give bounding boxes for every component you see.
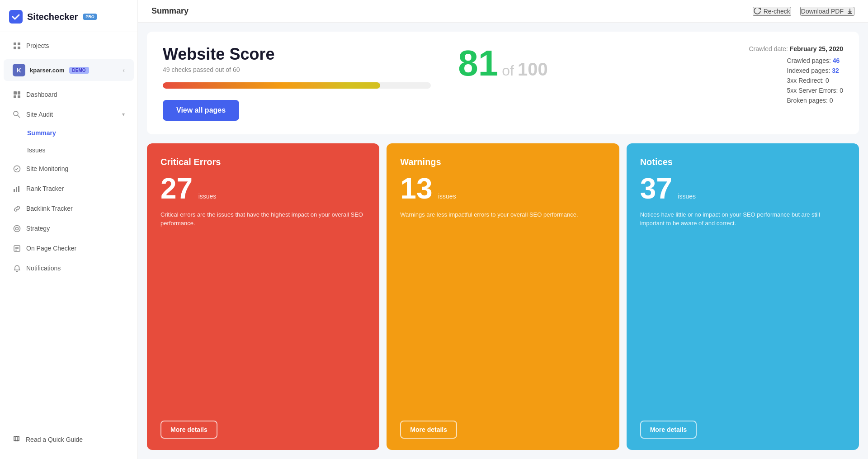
score-value: 81 [458,45,498,81]
sidebar: Sitechecker PRO Projects K kparser.com D… [0,0,138,459]
svg-point-9 [14,111,18,116]
stats-indexed-value[interactable]: 32 [832,67,839,74]
crawled-date-value: February 25, 2020 [790,45,843,52]
sidebar-subnav-summary-label: Summary [27,129,56,137]
sitechecker-logo-icon [9,10,23,24]
svg-line-10 [18,115,20,118]
score-max: 100 [518,59,548,80]
sidebar-item-projects[interactable]: Projects [4,36,134,55]
stats-crawled-value[interactable]: 46 [833,57,840,64]
stats-broken-label: Broken pages: 0 [787,97,833,104]
sidebar-item-site-audit-label: Site Audit [26,111,53,118]
sidebar-item-strategy-label: Strategy [26,225,50,232]
checks-passed: 49 checks passed out of 60 [163,66,431,73]
chevron-left-icon: ‹ [123,66,125,74]
svg-rect-2 [18,43,20,45]
sidebar-item-site-monitoring[interactable]: Site Monitoring [4,159,134,178]
read-quick-guide-item[interactable]: Read a Quick Guide [4,430,134,450]
critical-errors-description: Critical errors are the issues that have… [160,210,366,412]
book-icon [13,435,20,444]
site-initial: K [13,64,25,76]
sidebar-item-summary[interactable]: Summary [4,125,134,141]
sidebar-item-on-page-checker-label: On Page Checker [26,245,76,252]
svg-rect-0 [9,10,23,24]
stats-crawled-label: Crawled pages: [787,57,833,64]
svg-point-16 [15,227,18,230]
onpage-icon [13,244,21,252]
site-selector[interactable]: K kparser.com DEMO ‹ [4,59,134,81]
stats-server-errors-label: 5xx Server Errors: 0 [787,87,843,94]
sidebar-item-strategy[interactable]: Strategy [4,219,134,238]
score-section: Website Score 49 checks passed out of 60… [147,32,859,134]
backlink-icon [13,204,21,213]
critical-errors-count-area: 27 issues [160,174,366,203]
sidebar-item-issues[interactable]: Issues [4,142,134,158]
score-of-label: of [502,62,514,79]
stats-redirect-label: 3xx Redirect: 0 [787,77,829,84]
stats-item-broken: Broken pages: 0 [787,97,843,104]
svg-rect-12 [14,189,15,192]
bell-icon [13,264,21,272]
page-title: Summary [151,6,189,16]
critical-errors-count: 27 [160,172,193,205]
view-all-pages-button[interactable]: View all pages [163,100,239,121]
recheck-icon [754,8,761,15]
notices-issues-label: issues [678,193,696,200]
svg-rect-3 [14,47,16,49]
divider [0,32,137,32]
website-score-heading: Website Score [163,45,431,63]
warnings-title: Warnings [400,157,605,167]
crawled-date-label: Crawled date: [749,45,788,52]
sidebar-item-projects-label: Projects [26,42,49,49]
svg-rect-14 [18,186,19,192]
sidebar-item-notifications-label: Notifications [26,265,61,272]
score-right: Crawled date: February 25, 2020 Crawled … [575,45,843,107]
sidebar-item-notifications[interactable]: Notifications [4,259,134,278]
notices-count: 37 [640,172,672,205]
dashboard-icon [13,90,21,99]
recheck-button[interactable]: Re-check [753,7,791,16]
cards-section: Critical Errors 27 issues Critical error… [147,143,859,450]
warnings-issues-label: issues [438,193,456,200]
sidebar-bottom: Read a Quick Guide [0,425,137,459]
critical-errors-card: Critical Errors 27 issues Critical error… [147,143,379,450]
sidebar-item-backlink-tracker[interactable]: Backlink Tracker [4,199,134,218]
svg-rect-4 [18,47,20,49]
stats-item-indexed: Indexed pages: 32 [787,67,843,74]
svg-rect-5 [14,91,17,95]
critical-errors-more-button[interactable]: More details [160,421,217,439]
main-header: Summary Re-check Download PDF [138,0,868,23]
notices-card: Notices 37 issues Notices have little or… [627,143,859,450]
notices-description: Notices have little or no impact on your… [640,210,845,412]
svg-rect-1 [14,43,16,45]
warnings-more-button[interactable]: More details [400,421,457,439]
critical-errors-title: Critical Errors [160,157,366,167]
demo-badge: DEMO [69,67,89,74]
stats-list: Crawled pages: 46 Indexed pages: 32 3xx … [787,57,843,107]
grid-icon [13,42,21,50]
audit-icon [13,110,21,118]
download-pdf-label: Download PDF [801,8,844,15]
stats-indexed-label: Indexed pages: [787,67,832,74]
sidebar-item-dashboard[interactable]: Dashboard [4,85,134,104]
stats-item-crawled: Crawled pages: 46 [787,57,843,64]
notices-title: Notices [640,157,845,167]
strategy-icon [13,224,21,232]
warnings-count-area: 13 issues [400,174,605,203]
sidebar-item-site-audit[interactable]: Site Audit ▾ [4,105,134,124]
recheck-label: Re-check [764,8,790,15]
progress-bar-fill [163,82,380,89]
svg-rect-13 [16,187,17,192]
download-pdf-button[interactable]: Download PDF [800,7,854,16]
sidebar-item-on-page-checker[interactable]: On Page Checker [4,239,134,258]
svg-rect-8 [18,95,20,98]
crawled-date: Crawled date: February 25, 2020 [575,45,843,52]
svg-rect-7 [14,95,16,98]
notices-count-area: 37 issues [640,174,845,203]
sidebar-item-rank-tracker[interactable]: Rank Tracker [4,179,134,198]
notices-more-button[interactable]: More details [640,421,697,439]
monitoring-icon [13,165,21,173]
chevron-down-icon: ▾ [122,111,125,118]
site-name: kparser.com [30,67,65,74]
sidebar-item-dashboard-label: Dashboard [26,91,57,98]
